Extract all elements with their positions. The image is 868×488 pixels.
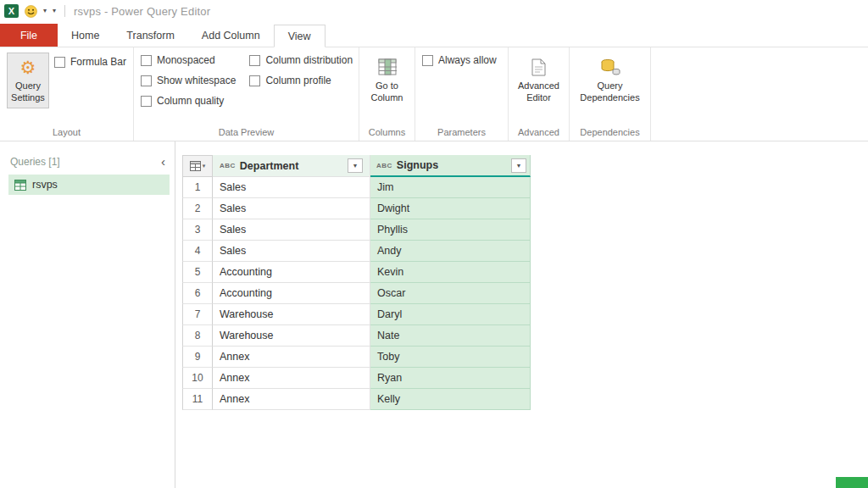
row-number[interactable]: 4 — [182, 241, 213, 262]
row-number[interactable]: 10 — [182, 368, 213, 389]
signups-cell[interactable]: Oscar — [370, 283, 531, 304]
row-number[interactable]: 9 — [182, 347, 213, 368]
department-cell[interactable]: Sales — [213, 241, 370, 262]
column-name-signups: Signups — [397, 159, 507, 171]
table-row: 7WarehouseDaryl — [182, 304, 531, 325]
document-icon — [531, 58, 546, 76]
ribbon-tab-row: File Home Transform Add Column View — [0, 22, 868, 47]
queries-count-label: Queries [1] — [10, 156, 60, 168]
smiley-dropdown-icon[interactable]: ▾ — [43, 8, 47, 14]
table-row: 9AnnexToby — [182, 347, 531, 368]
table-menu-caret-icon: ▾ — [203, 163, 206, 169]
status-corner-accent — [836, 477, 868, 488]
tab-add-column[interactable]: Add Column — [188, 24, 274, 47]
excel-logo-icon: X — [4, 4, 19, 18]
ribbon-spacer — [651, 47, 868, 141]
group-label-layout: Layout — [7, 125, 126, 141]
advanced-editor-button[interactable]: Advanced Editor — [515, 53, 562, 108]
department-cell[interactable]: Sales — [213, 177, 370, 198]
data-preview-area: ▾ ABC Department ▼ ABC Signups ▼ 1 — [175, 141, 868, 488]
group-label-columns: Columns — [366, 125, 408, 141]
column-quality-label: Column quality — [157, 95, 224, 107]
query-settings-label: Query Settings — [9, 80, 47, 104]
monospaced-checkbox[interactable]: Monospaced — [141, 54, 236, 66]
column-profile-checkbox[interactable]: Column profile — [249, 75, 353, 86]
sidebar-item-rsvps[interactable]: rsvps — [8, 175, 170, 195]
group-label-dependencies: Dependencies — [576, 125, 643, 141]
filter-caret-icon: ▼ — [516, 163, 522, 169]
department-cell[interactable]: Annex — [213, 368, 370, 389]
query-dependencies-button[interactable]: Query Dependencies — [577, 53, 643, 108]
always-allow-label: Always allow — [438, 54, 497, 66]
row-number[interactable]: 2 — [182, 198, 213, 219]
formula-bar-label: Formula Bar — [70, 56, 126, 68]
column-header-signups[interactable]: ABC Signups ▼ — [370, 155, 531, 177]
signups-cell[interactable]: Daryl — [370, 304, 531, 325]
tab-transform[interactable]: Transform — [113, 24, 188, 47]
tab-file[interactable]: File — [0, 24, 58, 47]
department-cell[interactable]: Warehouse — [213, 304, 370, 325]
department-cell[interactable]: Sales — [213, 198, 370, 219]
department-cell[interactable]: Annex — [213, 347, 370, 368]
column-header-department[interactable]: ABC Department ▼ — [213, 155, 370, 177]
department-cell[interactable]: Accounting — [213, 283, 370, 304]
quick-access-dropdown-icon[interactable]: ▾ — [53, 8, 56, 14]
table-row: 8WarehouseNate — [182, 325, 531, 347]
collapse-pane-icon[interactable]: ‹ — [159, 155, 168, 168]
monospaced-label: Monospaced — [157, 54, 215, 66]
workspace: Queries [1] ‹ rsvps — [0, 141, 868, 488]
row-number[interactable]: 3 — [182, 219, 213, 241]
tab-view[interactable]: View — [274, 25, 326, 47]
title-bar: X ▾ ▾ rsvps - Power Query Editor — [0, 0, 868, 22]
row-number[interactable]: 6 — [182, 283, 213, 304]
row-number[interactable]: 7 — [182, 304, 213, 325]
feedback-smiley-icon[interactable] — [25, 5, 37, 18]
queries-pane-header: Queries [1] ‹ — [8, 155, 170, 175]
ribbon-group-data-preview: Monospaced Show whitespace Column qualit… — [134, 47, 359, 141]
table-row: 3SalesPhyllis — [182, 219, 531, 241]
signups-cell[interactable]: Toby — [370, 347, 531, 368]
advanced-editor-label: Advanced Editor — [518, 80, 559, 104]
go-to-column-button[interactable]: Go to Column — [366, 53, 408, 108]
row-number[interactable]: 11 — [182, 389, 213, 410]
group-label-data-preview: Data Preview — [141, 125, 352, 141]
table-row: 1SalesJim — [182, 177, 531, 198]
column-distribution-checkbox[interactable]: Column distribution — [249, 54, 353, 66]
column-quality-checkbox[interactable]: Column quality — [141, 95, 236, 107]
query-settings-button[interactable]: ⚙ Query Settings — [7, 53, 49, 108]
signups-cell[interactable]: Phyllis — [370, 219, 531, 241]
query-name-label: rsvps — [32, 179, 58, 191]
formula-bar-checkbox[interactable]: Formula Bar — [54, 56, 126, 68]
signups-cell[interactable]: Andy — [370, 241, 531, 262]
table-corner-button[interactable]: ▾ — [182, 155, 213, 177]
signups-cell[interactable]: Jim — [370, 177, 531, 198]
table-row: 10AnnexRyan — [182, 368, 531, 389]
data-table: ▾ ABC Department ▼ ABC Signups ▼ 1 — [182, 155, 531, 410]
filter-caret-icon: ▼ — [353, 163, 359, 169]
row-number[interactable]: 1 — [182, 177, 213, 198]
department-filter-button[interactable]: ▼ — [348, 158, 363, 173]
query-dependencies-label: Query Dependencies — [580, 80, 641, 104]
department-cell[interactable]: Accounting — [213, 262, 370, 283]
department-cell[interactable]: Sales — [213, 219, 370, 241]
signups-cell[interactable]: Dwight — [370, 198, 531, 219]
titlebar-divider — [64, 5, 65, 17]
checkbox-box — [422, 55, 433, 66]
group-label-parameters: Parameters — [422, 125, 501, 141]
department-cell[interactable]: Annex — [213, 389, 370, 410]
row-number[interactable]: 5 — [182, 262, 213, 283]
checkbox-box — [249, 75, 260, 86]
column-profile-label: Column profile — [265, 75, 331, 86]
signups-cell[interactable]: Kelly — [370, 389, 531, 410]
signups-filter-button[interactable]: ▼ — [511, 158, 526, 173]
show-whitespace-checkbox[interactable]: Show whitespace — [141, 75, 236, 86]
always-allow-checkbox[interactable]: Always allow — [422, 54, 497, 66]
signups-cell[interactable]: Ryan — [370, 368, 531, 389]
signups-cell[interactable]: Kevin — [370, 262, 531, 283]
row-number[interactable]: 8 — [182, 325, 213, 347]
tab-home[interactable]: Home — [58, 24, 113, 47]
ribbon-group-parameters: Always allow Parameters — [415, 47, 509, 141]
department-cell[interactable]: Warehouse — [213, 325, 370, 347]
ribbon-group-layout: ⚙ Query Settings Formula Bar Layout — [0, 47, 134, 141]
signups-cell[interactable]: Nate — [370, 325, 531, 347]
